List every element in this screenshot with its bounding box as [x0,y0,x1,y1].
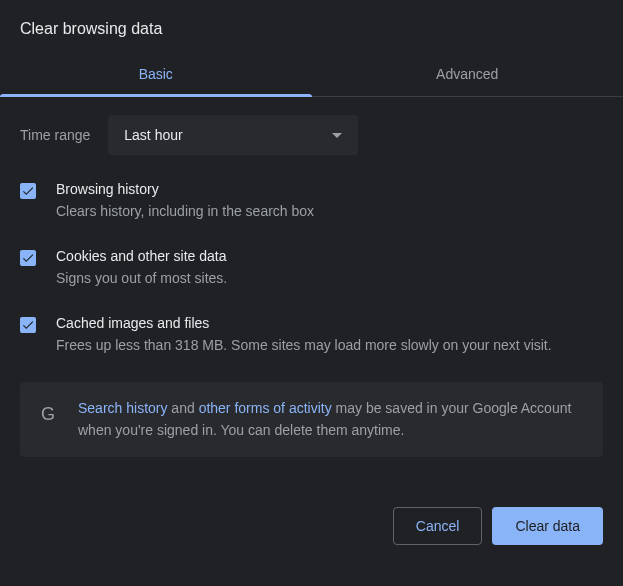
time-range-label: Time range [20,127,90,143]
option-browsing-history: Browsing history Clears history, includi… [20,181,603,222]
check-icon [21,184,35,198]
tab-basic[interactable]: Basic [0,54,312,96]
check-icon [21,318,35,332]
dialog-title: Clear browsing data [0,0,623,54]
option-title: Cached images and files [56,315,603,331]
tab-advanced[interactable]: Advanced [312,54,624,96]
check-icon [21,251,35,265]
google-icon: G [38,404,58,424]
time-range-row: Time range Last hour [20,115,603,155]
clear-data-button[interactable]: Clear data [492,507,603,545]
tabs: Basic Advanced [0,54,623,97]
link-other-activity[interactable]: other forms of activity [199,400,332,416]
dialog-footer: Cancel Clear data [0,457,623,565]
dialog-content: Time range Last hour Browsing history Cl… [0,97,623,457]
clear-browsing-data-dialog: Clear browsing data Basic Advanced Time … [0,0,623,565]
checkbox-browsing-history[interactable] [20,183,36,199]
option-title: Browsing history [56,181,603,197]
option-cookies: Cookies and other site data Signs you ou… [20,248,603,289]
info-text: Search history and other forms of activi… [78,398,585,441]
option-cached: Cached images and files Frees up less th… [20,315,603,356]
option-text: Browsing history Clears history, includi… [56,181,603,222]
option-text: Cached images and files Frees up less th… [56,315,603,356]
option-desc: Clears history, including in the search … [56,201,603,222]
option-text: Cookies and other site data Signs you ou… [56,248,603,289]
time-range-value: Last hour [124,127,182,143]
option-desc: Frees up less than 318 MB. Some sites ma… [56,335,603,356]
info-text-mid: and [167,400,198,416]
chevron-down-icon [332,133,342,138]
option-title: Cookies and other site data [56,248,603,264]
checkbox-cookies[interactable] [20,250,36,266]
option-desc: Signs you out of most sites. [56,268,603,289]
time-range-select[interactable]: Last hour [108,115,358,155]
cancel-button[interactable]: Cancel [393,507,483,545]
link-search-history[interactable]: Search history [78,400,167,416]
checkbox-cached[interactable] [20,317,36,333]
info-box: G Search history and other forms of acti… [20,382,603,457]
